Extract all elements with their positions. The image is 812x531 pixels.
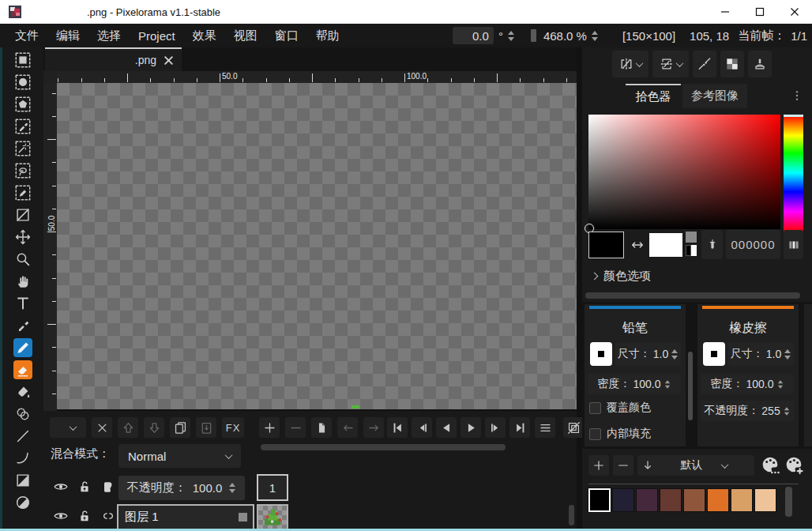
mirror-y-button[interactable] [652,51,689,77]
tool-ellipse-select[interactable] [2,71,43,93]
pencil-brush-button[interactable] [590,342,612,366]
hue-cursor[interactable] [784,115,803,117]
tool-color-picker[interactable] [2,314,43,337]
zoom-spinner[interactable] [591,30,599,42]
pencil-density-spinner[interactable] [664,379,671,389]
saturation-value-picker[interactable] [588,115,780,229]
tool-eraser[interactable] [2,359,43,381]
menu-item-帮助[interactable]: 帮助 [307,24,348,47]
palette-swatch[interactable] [754,488,776,512]
add-layer-button[interactable] [50,417,86,438]
menu-item-窗口[interactable]: 窗口 [266,24,307,47]
clone-layer-button[interactable] [170,417,190,438]
add-frame-button[interactable] [259,417,280,438]
edit-palette-icon[interactable] [759,453,781,476]
eraser-density-spinner[interactable] [777,379,784,389]
pixel-perfect-button[interactable] [693,51,716,77]
cel-icon[interactable] [99,478,118,495]
tool-polygon-select[interactable] [2,93,43,115]
checkbox-icon[interactable] [589,428,601,440]
palette-swatch[interactable] [636,488,658,512]
lock-open-icon[interactable] [75,507,94,525]
lock-open-icon[interactable] [75,478,94,495]
timeline-horizontal-scrollbar[interactable] [261,444,506,450]
move-frame-right-button[interactable] [363,417,384,438]
timeline-settings-button[interactable] [535,417,555,438]
layer-name-field[interactable]: 图层 1 [117,504,254,530]
secondary-color-swatch[interactable] [649,233,682,257]
layer-opacity-spinbox[interactable]: 不透明度： 100.0 [118,476,245,500]
pencil-size-spinbox[interactable]: 尺寸： 1.0 [615,342,681,366]
new-palette-icon[interactable] [783,453,805,476]
pencil-density-spinbox[interactable]: 密度： 100.0 [588,374,681,394]
palette-dropdown[interactable]: 默认 [653,455,754,476]
remove-frame-button[interactable] [285,417,306,438]
color-options-expander[interactable]: 颜色选项 [592,269,651,284]
add-color-button[interactable] [588,455,609,476]
kebab-menu-icon[interactable] [791,86,803,105]
tool-rectangle[interactable] [2,469,43,491]
eraser-density-spinbox[interactable]: 密度： 100.0 [701,374,794,394]
tile-mode-button[interactable] [720,51,744,77]
tool-bucket[interactable] [2,381,43,403]
fill-inside-checkbox-row[interactable]: 内部填充 [589,427,651,441]
clone-frame-button[interactable] [311,417,332,438]
tool-zoom[interactable] [2,248,43,270]
tool-text[interactable] [2,292,43,314]
blend-mode-dropdown[interactable]: Normal [118,444,241,468]
palette-vertical-scrollbar[interactable] [785,487,792,517]
tool-line[interactable] [2,425,43,447]
eraser-opacity-spinner[interactable] [784,406,790,416]
go-to-last-frame-button[interactable] [509,417,530,438]
pencil-panel-scrollbar[interactable] [688,352,693,420]
tool-curve[interactable] [2,447,43,469]
eraser-opacity-spinbox[interactable]: 不透明度： 255 [701,401,794,421]
palette-swatch[interactable] [731,488,753,512]
next-frame-button[interactable] [485,417,506,438]
checkbox-icon[interactable] [589,402,601,414]
rotation-input[interactable]: 0.0 [453,27,494,44]
previous-frame-button[interactable] [412,417,432,438]
layer-opacity-spinner[interactable] [228,482,236,494]
menu-item-文件[interactable]: 文件 [6,24,47,47]
move-layer-up-button[interactable] [118,417,138,438]
tool-pan[interactable] [2,270,43,292]
fx-button[interactable]: FX [222,417,244,438]
eye-icon[interactable] [51,507,70,525]
delete-layer-button[interactable] [92,417,112,438]
menu-item-选择[interactable]: 选择 [88,24,130,47]
tool-ellipse[interactable] [2,491,43,514]
tab-reference-images[interactable]: 参考图像 [682,84,747,108]
go-to-first-frame-button[interactable] [387,417,408,438]
hex-color-input[interactable]: 000000 [726,230,780,259]
move-frame-left-button[interactable] [337,417,358,438]
menu-item-效果[interactable]: 效果 [184,24,225,47]
eraser-size-spinner[interactable] [784,348,791,360]
tool-magic-wand[interactable] [2,137,43,160]
overwrite-color-checkbox-row[interactable]: 覆盖颜色 [589,401,651,415]
close-button[interactable] [777,0,812,24]
eye-icon[interactable] [51,478,70,495]
palette-swatch[interactable] [588,488,611,512]
merge-layer-down-button[interactable] [196,417,216,438]
onion-skinning-button[interactable] [563,417,584,438]
tool-rectangle-select[interactable] [2,49,43,71]
zoom-slider-handle[interactable] [531,29,536,42]
remove-color-button[interactable] [613,455,633,476]
tool-pencil[interactable] [2,337,43,359]
eraser-size-spinbox[interactable]: 尺寸： 1.0 [728,342,794,366]
play-forward-button[interactable] [461,417,481,438]
tab-color-picker[interactable]: 拾色器 [626,84,681,108]
color-mode-button[interactable] [784,230,803,259]
tool-move[interactable] [2,226,43,248]
palette-swatch[interactable] [707,488,729,512]
swap-colors-icon[interactable] [627,237,648,253]
cel-thumbnail[interactable] [257,504,288,530]
move-layer-down-button[interactable] [144,417,164,438]
menu-item-编辑[interactable]: 编辑 [47,24,88,47]
stamp-button[interactable] [748,51,772,77]
minimize-button[interactable] [708,0,742,24]
play-backwards-button[interactable] [436,417,457,438]
hue-slider[interactable] [784,115,803,232]
rotation-spinner[interactable] [507,30,515,42]
